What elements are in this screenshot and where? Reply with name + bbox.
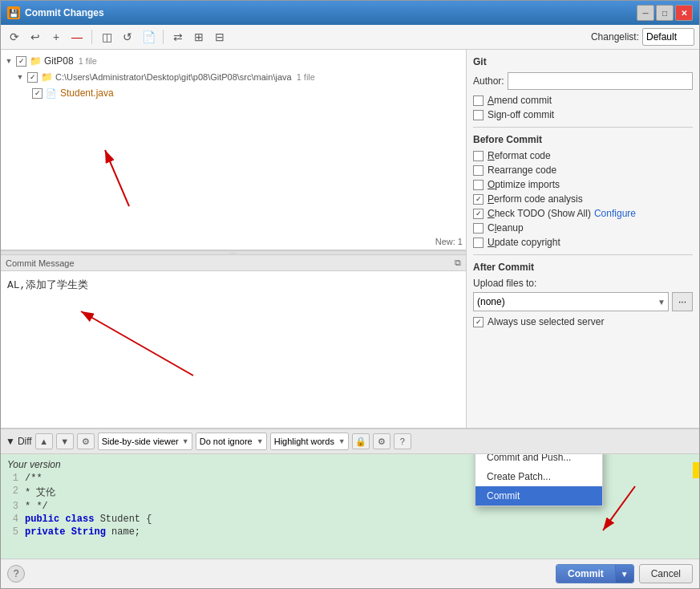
project-badge: 1 file bbox=[79, 56, 97, 66]
diff-highlight-select[interactable]: Highlight words bbox=[270, 433, 349, 450]
file-label: Student.java bbox=[60, 87, 114, 99]
minimize-button[interactable]: ─ bbox=[637, 5, 654, 21]
divider-2 bbox=[473, 254, 693, 255]
amend-commit-label: Amend commit bbox=[488, 95, 552, 106]
before-commit-title: Before Commit bbox=[473, 134, 693, 145]
upload-select[interactable]: (none) bbox=[473, 292, 669, 311]
diff-line-5: 5 private String name; bbox=[1, 526, 699, 538]
separator-1 bbox=[91, 30, 92, 44]
reformat-row: Reformat code bbox=[473, 150, 693, 161]
line-num-4: 4 bbox=[1, 514, 25, 525]
signoff-checkbox[interactable] bbox=[473, 110, 484, 120]
diff-viewer-select[interactable]: Side-by-side viewer bbox=[98, 433, 192, 450]
line-num-2: 2 bbox=[1, 485, 25, 499]
collapse-arrow: ▼ bbox=[4, 56, 14, 66]
diff-title: Diff bbox=[18, 436, 32, 447]
java-file-icon: 📄 bbox=[45, 87, 58, 100]
author-label: Author: bbox=[473, 75, 504, 87]
author-input[interactable] bbox=[508, 72, 693, 90]
type-string: String bbox=[71, 526, 106, 538]
line-content-1: /** bbox=[25, 473, 42, 484]
line-content-2: * 艾伦 bbox=[25, 485, 55, 499]
files-area[interactable]: ▼ 📁 GitP08 1 file ▼ 📁 C:\Users\Administr… bbox=[1, 50, 466, 250]
copy-icon[interactable]: ⧉ bbox=[455, 258, 461, 268]
commit-dropdown-button[interactable]: ▼ bbox=[615, 565, 633, 583]
diff-help-button[interactable]: ? bbox=[394, 433, 411, 449]
browse-button[interactable]: 📄 bbox=[140, 28, 157, 46]
signoff-row: Sign-off commit bbox=[473, 109, 693, 120]
todo-checkbox[interactable] bbox=[473, 209, 484, 219]
browse-server-button[interactable]: ··· bbox=[672, 292, 693, 311]
toolbar: ⟳ ↩ + — ◫ ↺ 📄 ⇄ ⊞ ⊟ Changelist: Default bbox=[1, 25, 699, 50]
upload-label: Upload files to: bbox=[473, 278, 693, 289]
diff-settings-button[interactable]: ⚙ bbox=[77, 433, 95, 449]
bottom-buttons: Commit ▼ Cancel bbox=[556, 564, 693, 583]
diff-ignore-select[interactable]: Do not ignore bbox=[196, 433, 267, 450]
rearrange-checkbox[interactable] bbox=[473, 165, 484, 176]
diff-title-toggle[interactable]: ▼ Diff bbox=[6, 436, 32, 447]
tree-item-path[interactable]: ▼ 📁 C:\Users\Administrator\Desktop\git\p… bbox=[1, 69, 466, 85]
upload-row: (none) ▼ ··· bbox=[473, 292, 693, 311]
divider-1 bbox=[473, 127, 693, 128]
expand-button[interactable]: ⊞ bbox=[190, 28, 208, 46]
revert-button[interactable]: ↺ bbox=[119, 28, 136, 46]
diff-button[interactable]: ◫ bbox=[98, 28, 115, 46]
copyright-checkbox[interactable] bbox=[473, 238, 484, 248]
context-menu-commit[interactable]: Commit bbox=[475, 486, 602, 506]
commit-main-button[interactable]: Commit bbox=[556, 565, 615, 583]
commit-split-button: Commit ▼ bbox=[556, 564, 634, 583]
cancel-button[interactable]: Cancel bbox=[639, 564, 693, 583]
changelist-select[interactable]: Default bbox=[642, 28, 694, 46]
path-collapse-arrow: ▼ bbox=[15, 72, 25, 82]
yellow-position-marker bbox=[693, 462, 699, 478]
context-menu-commit-push[interactable]: Commit and Push... bbox=[475, 454, 602, 467]
collapse-button[interactable]: ⊟ bbox=[211, 28, 229, 46]
window-title: Commit Changes bbox=[25, 7, 637, 18]
title-bar-controls: ─ □ ✕ bbox=[637, 5, 693, 21]
refresh-button[interactable]: ⟳ bbox=[6, 28, 23, 46]
undo-button[interactable]: ↩ bbox=[26, 28, 44, 46]
diff-line-4: 4 public class Student { bbox=[1, 513, 699, 526]
move-button[interactable]: ⇄ bbox=[169, 28, 187, 46]
changelist-label: Changelist: bbox=[591, 31, 639, 43]
line-content-3: * */ bbox=[25, 501, 48, 512]
analyze-checkbox[interactable] bbox=[473, 194, 484, 205]
tree-item-file[interactable]: 📄 Student.java bbox=[1, 85, 466, 101]
tree-item-project[interactable]: ▼ 📁 GitP08 1 file bbox=[1, 53, 466, 69]
cleanup-checkbox[interactable] bbox=[473, 223, 484, 234]
line-content-5: private String name; bbox=[25, 526, 140, 538]
line-num-3: 3 bbox=[1, 501, 25, 512]
remove-button[interactable]: — bbox=[68, 28, 86, 46]
line-num-1: 1 bbox=[1, 473, 25, 484]
path-checkbox[interactable] bbox=[27, 72, 38, 83]
amend-commit-checkbox[interactable] bbox=[473, 95, 484, 106]
lock-icon[interactable]: 🔒 bbox=[352, 433, 370, 449]
diff-next-button[interactable]: ▼ bbox=[56, 433, 74, 449]
diff-header: ▼ Diff ▲ ▼ ⚙ Side-by-side viewer ▼ Do no… bbox=[1, 429, 699, 454]
maximize-button[interactable]: □ bbox=[656, 5, 674, 21]
configure-link[interactable]: Configure bbox=[594, 208, 636, 219]
context-menu: Commit and Push... Create Patch... Commi… bbox=[475, 454, 603, 506]
help-button[interactable]: ? bbox=[7, 565, 25, 583]
reformat-checkbox[interactable] bbox=[473, 151, 484, 161]
context-menu-create-patch[interactable]: Create Patch... bbox=[475, 467, 602, 486]
author-row: Author: bbox=[473, 72, 693, 90]
folder-icon: 📁 bbox=[29, 55, 42, 67]
diff-gear-button[interactable]: ⚙ bbox=[373, 433, 390, 449]
rearrange-label: Rearrange code bbox=[488, 165, 556, 176]
optimize-row: Optimize imports bbox=[473, 179, 693, 190]
file-checkbox[interactable] bbox=[32, 88, 42, 99]
bottom-bar: ? Commit ▼ Cancel bbox=[1, 559, 699, 588]
project-checkbox[interactable] bbox=[16, 56, 26, 67]
optimize-checkbox[interactable] bbox=[473, 180, 484, 190]
path-label: C:\Users\Administrator\Desktop\git\p08\G… bbox=[55, 72, 292, 82]
main-content: ▼ 📁 GitP08 1 file ▼ 📁 C:\Users\Administr… bbox=[1, 50, 699, 428]
add-button[interactable]: + bbox=[47, 28, 65, 46]
diff-prev-button[interactable]: ▲ bbox=[35, 433, 53, 449]
commit-message-input[interactable]: AL,添加了学生类 bbox=[1, 271, 466, 428]
cleanup-label: Cleanup bbox=[488, 222, 524, 234]
close-button[interactable]: ✕ bbox=[675, 5, 693, 21]
commit-message-label: Commit Message bbox=[6, 258, 75, 268]
always-use-server-checkbox[interactable] bbox=[473, 317, 484, 327]
file-tree: ▼ 📁 GitP08 1 file ▼ 📁 C:\Users\Administr… bbox=[1, 50, 466, 104]
